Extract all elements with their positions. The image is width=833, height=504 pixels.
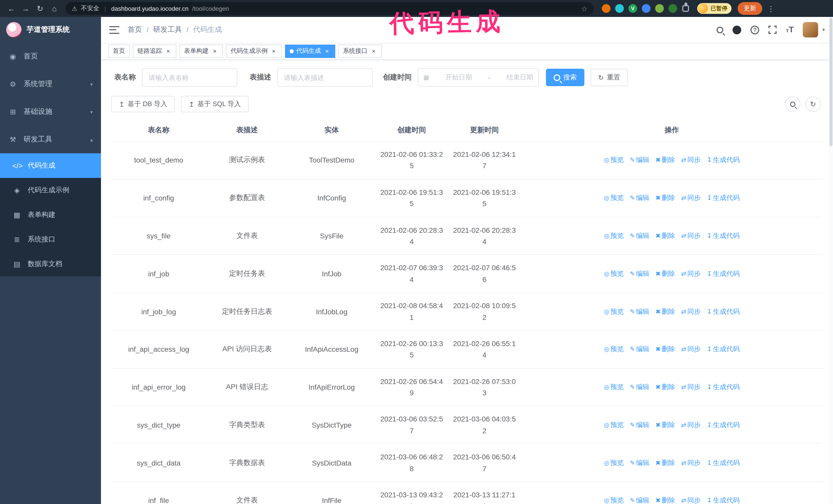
scrollbar-thumb[interactable] (829, 18, 832, 146)
font-size-icon[interactable]: тT (786, 25, 794, 34)
close-tab-icon[interactable]: × (270, 47, 277, 55)
date-range-picker[interactable]: ▦ 开始日期 - 结束日期 (418, 68, 539, 87)
delete-action-link[interactable]: ✖删除 (656, 155, 675, 165)
close-tab-icon[interactable]: × (370, 47, 377, 55)
delete-action-link[interactable]: ✖删除 (656, 421, 675, 430)
edit-action-link[interactable]: ✎编辑 (630, 269, 649, 278)
extension-sheet-icon[interactable] (655, 4, 664, 13)
tab-codegen-example[interactable]: 代码生成示例× (226, 44, 282, 58)
reset-button[interactable]: ↻ 重置 (591, 69, 628, 86)
edit-action-link[interactable]: ✎编辑 (630, 458, 649, 467)
refresh-table-button[interactable]: ↻ (805, 96, 821, 112)
preview-action-link[interactable]: ◎预览 (604, 269, 624, 278)
preview-action-link[interactable]: ◎预览 (604, 458, 624, 467)
tab-home[interactable]: 首页 (108, 44, 130, 58)
preview-action-link[interactable]: ◎预览 (604, 155, 624, 165)
preview-action-link[interactable]: ◎预览 (604, 421, 624, 430)
preview-action-link[interactable]: ◎预览 (604, 496, 624, 504)
sync-action-link[interactable]: ⇄同步 (681, 421, 700, 430)
import-sql-button[interactable]: ↥ 基于 SQL 导入 (181, 96, 248, 112)
import-db-button[interactable]: ↥ 基于 DB 导入 (111, 96, 175, 112)
tab-api[interactable]: 系统接口× (338, 44, 382, 58)
sidebar-item-codegen[interactable]: </>代码生成 (0, 153, 101, 178)
generate-action-link[interactable]: ↧生成代码 (707, 458, 740, 467)
back-icon[interactable]: ← (5, 2, 18, 15)
close-tab-icon[interactable]: × (324, 47, 331, 55)
edit-action-link[interactable]: ✎编辑 (630, 155, 649, 165)
edit-action-link[interactable]: ✎编辑 (630, 231, 649, 240)
tab-codegen[interactable]: 代码生成× (285, 44, 335, 58)
sync-action-link[interactable]: ⇄同步 (681, 155, 700, 165)
sidebar-item-api[interactable]: ≣系统接口 (0, 227, 101, 252)
delete-action-link[interactable]: ✖删除 (656, 345, 675, 354)
delete-action-link[interactable]: ✖删除 (656, 193, 675, 202)
sync-action-link[interactable]: ⇄同步 (681, 345, 700, 354)
extension-leaf-icon[interactable] (668, 4, 677, 13)
fullscreen-icon[interactable] (769, 26, 777, 34)
close-tab-icon[interactable]: × (165, 47, 172, 55)
sidebar-item-infra[interactable]: ⊞基础设施▾ (0, 98, 101, 126)
delete-action-link[interactable]: ✖删除 (656, 458, 675, 467)
edit-action-link[interactable]: ✎编辑 (630, 193, 649, 202)
forward-icon[interactable]: → (20, 2, 32, 15)
sync-action-link[interactable]: ⇄同步 (681, 307, 700, 316)
user-avatar[interactable] (803, 22, 818, 38)
toggle-search-button[interactable] (785, 96, 800, 112)
avatar-caret-icon[interactable]: ▾ (823, 27, 825, 32)
sync-action-link[interactable]: ⇄同步 (681, 383, 700, 392)
sync-action-link[interactable]: ⇄同步 (681, 269, 700, 278)
table-desc-input[interactable] (277, 68, 373, 87)
generate-action-link[interactable]: ↧生成代码 (707, 496, 740, 504)
app-logo[interactable]: 芋道管理系统 (0, 17, 101, 43)
sidebar-item-codegen-example[interactable]: ◈代码生成示例 (0, 178, 101, 202)
search-button[interactable]: 搜索 (546, 69, 585, 86)
preview-action-link[interactable]: ◎预览 (604, 231, 624, 240)
breadcrumb-item[interactable]: 首页 (128, 25, 142, 34)
generate-action-link[interactable]: ↧生成代码 (707, 155, 740, 165)
delete-action-link[interactable]: ✖删除 (656, 383, 675, 392)
sync-action-link[interactable]: ⇄同步 (681, 231, 700, 240)
generate-action-link[interactable]: ↧生成代码 (707, 345, 740, 354)
generate-action-link[interactable]: ↧生成代码 (707, 383, 740, 392)
extension-drop-icon[interactable] (615, 4, 624, 13)
delete-action-link[interactable]: ✖删除 (656, 269, 675, 278)
sidebar-item-devtools[interactable]: ⚒研发工具▴ (0, 126, 101, 153)
generate-action-link[interactable]: ↧生成代码 (707, 307, 740, 316)
edit-action-link[interactable]: ✎编辑 (630, 345, 649, 354)
sync-action-link[interactable]: ⇄同步 (681, 193, 700, 202)
delete-action-link[interactable]: ✖删除 (656, 231, 675, 240)
generate-action-link[interactable]: ↧生成代码 (707, 193, 740, 202)
tab-form-builder[interactable]: 表单构建× (180, 44, 223, 58)
edit-action-link[interactable]: ✎编辑 (630, 383, 649, 392)
extensions-puzzle-icon[interactable] (682, 5, 689, 12)
security-label[interactable]: 不安全 (81, 4, 99, 13)
sidebar-item-form-builder[interactable]: ▦表单构建 (0, 202, 101, 227)
address-bar[interactable]: ⚠ 不安全 | dashboard.yudao.iocoder.cn/tool/… (66, 2, 594, 15)
delete-action-link[interactable]: ✖删除 (656, 307, 675, 316)
extension-people-icon[interactable] (642, 4, 650, 13)
edit-action-link[interactable]: ✎编辑 (630, 496, 649, 504)
sidebar-toggle-icon[interactable] (109, 26, 119, 33)
bookmark-star-icon[interactable]: ☆ (581, 4, 588, 13)
preview-action-link[interactable]: ◎预览 (604, 193, 624, 202)
edit-action-link[interactable]: ✎编辑 (630, 421, 649, 430)
close-tab-icon[interactable]: × (211, 47, 218, 55)
preview-action-link[interactable]: ◎预览 (604, 345, 624, 354)
preview-action-link[interactable]: ◎预览 (604, 383, 624, 392)
generate-action-link[interactable]: ↧生成代码 (707, 421, 740, 430)
browser-update-button[interactable]: 更新 (738, 2, 762, 15)
profile-chip[interactable]: 已暂停 (697, 3, 732, 14)
browser-menu-icon[interactable]: ⋮ (767, 4, 775, 13)
sync-action-link[interactable]: ⇄同步 (681, 458, 700, 467)
extension-v-icon[interactable]: V (628, 4, 637, 13)
delete-action-link[interactable]: ✖删除 (656, 496, 675, 504)
search-icon[interactable] (717, 26, 723, 33)
home-icon[interactable]: ⌂ (48, 2, 61, 15)
reload-icon[interactable]: ↻ (34, 2, 46, 15)
tab-tracer[interactable]: 链路追踪× (133, 44, 176, 58)
breadcrumb-item[interactable]: 研发工具 (153, 25, 182, 34)
generate-action-link[interactable]: ↧生成代码 (707, 269, 740, 278)
generate-action-link[interactable]: ↧生成代码 (707, 231, 740, 240)
sidebar-item-system[interactable]: ⚙系统管理▾ (0, 70, 101, 98)
scrollbar[interactable] (829, 17, 833, 504)
